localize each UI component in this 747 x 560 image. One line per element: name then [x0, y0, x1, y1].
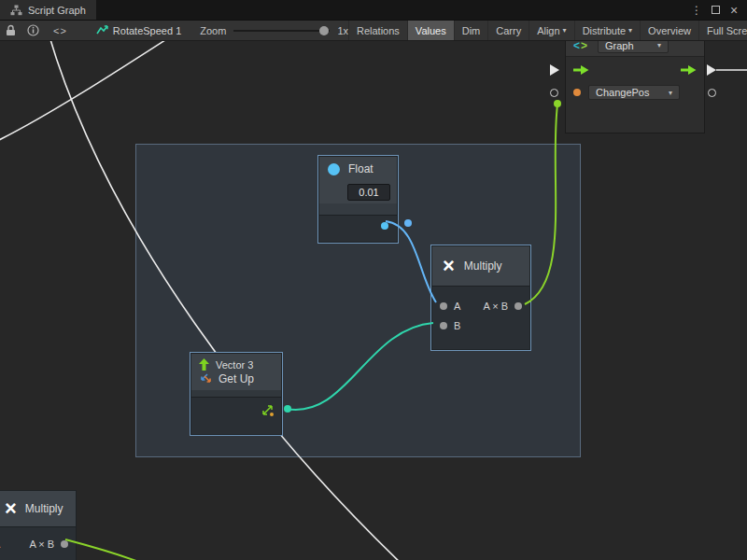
multiply-node[interactable]: × Multiply A A × B B: [431, 245, 530, 350]
wire-green-endpoint[interactable]: [554, 100, 561, 107]
wire-bottom-multiply-out[interactable]: [65, 539, 153, 560]
values-button[interactable]: Values: [407, 21, 454, 40]
changepos-dropdown-label: ChangePos: [596, 87, 650, 98]
relations-button[interactable]: Relations: [348, 21, 407, 40]
float-node[interactable]: Float: [318, 156, 398, 243]
multiply-node-title: Multiply: [464, 259, 502, 273]
graph-unit-variable-row: ChangePos ▾: [566, 75, 704, 100]
distribute-label: Distribute: [583, 25, 626, 36]
tab-label: Script Graph: [28, 5, 86, 16]
multiply-icon: ×: [5, 498, 17, 519]
multiply-output-port[interactable]: [514, 302, 522, 310]
vector3-node-header: Vector 3 Get Up: [191, 354, 281, 390]
window-titlebar: Script Graph ⋮ ×: [0, 0, 747, 20]
align-button[interactable]: Align ▾: [529, 21, 573, 40]
maximize-icon: [712, 6, 720, 14]
align-label: Align: [537, 25, 559, 36]
float-port-strip: [319, 215, 397, 242]
overview-button[interactable]: Overview: [640, 21, 698, 40]
multiply-partial-port-strip: A A × B: [0, 526, 76, 560]
float-type-icon: [328, 163, 340, 175]
multiply-input-b-label: B: [454, 320, 460, 331]
script-graph-window: Float × Multiply A A × B B: [0, 0, 747, 560]
multiply-port-strip: A A × B B: [432, 286, 529, 349]
graph-toolbar: <> RotateSpeed 1 Zoom 1x Relations Value…: [0, 20, 747, 41]
maximize-button[interactable]: [707, 2, 724, 19]
graph-icon: [10, 5, 22, 16]
carry-button[interactable]: Carry: [487, 21, 529, 40]
float-value-row: [319, 181, 397, 203]
vector3-up-arrow-icon: [199, 358, 209, 371]
left-connection-circle-icon[interactable]: [550, 89, 558, 97]
dropdown-caret-icon: ▾: [628, 26, 632, 35]
code-view-button[interactable]: <>: [45, 21, 76, 40]
zoom-slider[interactable]: [233, 30, 330, 32]
fullscreen-button[interactable]: Full Screen: [698, 21, 747, 40]
lock-button[interactable]: [0, 21, 21, 40]
close-button[interactable]: ×: [726, 2, 742, 19]
flow-input-arrow-icon[interactable]: [573, 65, 589, 75]
float-output-port[interactable]: [381, 222, 388, 230]
dropdown-caret-icon: ▾: [563, 26, 567, 35]
graph-unit-extra-port-row: [566, 100, 704, 109]
float-node-title: Float: [348, 162, 374, 175]
multiply-node-partial[interactable]: × Multiply A A × B: [0, 490, 77, 560]
vector3-node-title: Vector 3: [216, 359, 253, 371]
dropdown-caret-icon: ▾: [669, 89, 672, 97]
vector3-getup-node[interactable]: Vector 3 Get Up: [190, 353, 282, 435]
zoom-label: Zoom: [200, 25, 226, 36]
float-node-header: Float: [319, 157, 397, 181]
multiply-partial-header: × Multiply: [0, 491, 76, 526]
float-node-body: [319, 203, 397, 215]
changepos-dropdown[interactable]: ChangePos ▾: [588, 85, 680, 100]
flow-out-triangle-icon[interactable]: [707, 64, 716, 76]
changepos-graph-unit-node[interactable]: <> Graph ▾ ChangePos ▾: [565, 34, 705, 133]
multiply-icon: ×: [443, 256, 455, 276]
getup-title-row: Get Up: [199, 372, 274, 385]
graph-asset-name: RotateSpeed 1: [113, 25, 181, 36]
multiply-partial-port-row: A A × B: [0, 534, 76, 553]
graph-unit-flow-row: [566, 57, 704, 75]
multiply-partial-output-port[interactable]: [61, 540, 68, 548]
tab-script-graph[interactable]: Script Graph: [0, 0, 96, 20]
vector3-port-strip: [191, 397, 281, 434]
window-controls: ⋮ ×: [688, 2, 747, 19]
vector3-output-icon[interactable]: [261, 404, 274, 416]
vector3-title-row: Vector 3: [199, 358, 274, 371]
right-connection-circle-icon[interactable]: [708, 89, 716, 97]
zoom-control: Zoom 1x: [200, 25, 348, 36]
multiply-port-row-b: B: [432, 315, 529, 335]
distribute-button[interactable]: Distribute ▾: [574, 21, 640, 40]
multiply-output-label: A × B: [483, 301, 508, 312]
multiply-port-row-a: A A × B: [432, 296, 529, 315]
zoom-value: 1x: [337, 25, 348, 36]
multiply-input-a-port[interactable]: [440, 302, 447, 310]
graph-asset-breadcrumb[interactable]: RotateSpeed 1: [96, 24, 181, 36]
changepos-input-port[interactable]: [573, 89, 581, 96]
info-icon: [27, 24, 39, 36]
zoom-slider-handle[interactable]: [319, 26, 329, 35]
dim-button[interactable]: Dim: [454, 21, 488, 40]
graph-dropdown-label: Graph: [605, 40, 634, 51]
multiply-partial-output-label: A × B: [29, 539, 54, 550]
script-graph-asset-icon: [96, 24, 108, 36]
lock-icon: [6, 24, 16, 36]
multiply-partial-title: Multiply: [25, 502, 63, 515]
transform-arrows-icon: [199, 373, 212, 385]
float-value-input[interactable]: [347, 184, 390, 201]
multiply-input-a-label: A: [454, 301, 460, 312]
toolbar-buttons: Relations Values Dim Carry Align ▾ Distr…: [348, 21, 747, 40]
multiply-node-header: × Multiply: [432, 246, 529, 286]
multiply-input-b-port[interactable]: [440, 322, 447, 329]
flow-in-triangle-icon[interactable]: [550, 64, 559, 76]
window-menu-button[interactable]: ⋮: [688, 2, 705, 19]
dropdown-caret-icon: ▾: [657, 41, 661, 49]
flow-output-arrow-icon[interactable]: [681, 65, 697, 75]
info-button[interactable]: [21, 21, 45, 40]
getup-node-subtitle: Get Up: [218, 372, 254, 385]
